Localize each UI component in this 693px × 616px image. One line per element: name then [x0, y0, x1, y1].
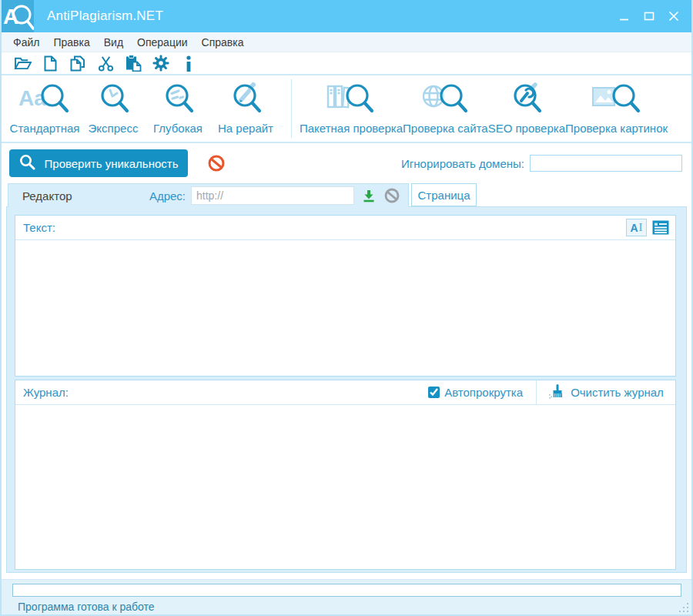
maximize-button[interactable] — [639, 7, 659, 25]
text-panel: Текст: AI — [15, 215, 676, 377]
tab-editor-label: Редактор — [22, 189, 72, 203]
tool-image-check-button[interactable]: Проверка картинок — [565, 75, 668, 135]
journal-panel-header: Журнал: Автопрокрутка — [15, 380, 675, 405]
text-panel-header: Текст: AI — [15, 216, 675, 240]
autoscroll-group: Автопрокрутка — [428, 386, 536, 399]
ignore-domains-label: Игнорировать домены: — [401, 157, 524, 170]
progress-bar — [12, 584, 681, 597]
mode-label: Экспресс — [89, 122, 139, 135]
mode-deep-button[interactable]: Глубокая — [145, 75, 211, 135]
image-check-icon — [591, 81, 643, 121]
clear-journal-label: Очистить журнал — [571, 386, 664, 399]
journal-log-area[interactable] — [15, 405, 675, 569]
open-file-icon[interactable] — [13, 55, 32, 72]
copy-icon[interactable] — [69, 55, 87, 72]
text-label: Текст: — [23, 221, 55, 234]
cancel-icon[interactable] — [383, 187, 400, 204]
mode-rewrite-button[interactable]: На рерайт — [211, 75, 280, 135]
resize-grip[interactable] — [679, 602, 689, 612]
tool-label: Проверка сайта — [403, 122, 488, 135]
log-view-icon[interactable] — [651, 219, 670, 236]
quick-toolbar — [2, 52, 691, 75]
menubar: Файл Правка Вид Операции Справка — [2, 32, 691, 52]
gear-icon[interactable] — [152, 55, 170, 72]
ignore-domains-input[interactable] — [530, 155, 682, 172]
menu-file[interactable]: Файл — [6, 34, 46, 51]
journal-panel: Журнал: Автопрокрутка — [15, 380, 676, 570]
mode-express-button[interactable]: Экспресс — [82, 75, 145, 135]
tool-site-check-button[interactable]: Проверка сайта — [403, 75, 488, 135]
mode-label: На рерайт — [218, 122, 273, 135]
menu-help[interactable]: Справка — [195, 34, 251, 51]
autoscroll-label: Автопрокрутка — [444, 386, 523, 399]
bottom-gap — [2, 573, 691, 579]
paste-icon[interactable] — [124, 55, 142, 72]
new-file-icon[interactable] — [41, 55, 59, 72]
site-check-icon — [420, 81, 470, 121]
mode-label: Глубокая — [153, 122, 203, 135]
check-uniqueness-button[interactable]: Проверить уникальность — [9, 149, 188, 177]
window-controls — [614, 7, 684, 25]
download-icon[interactable] — [360, 187, 377, 204]
ignore-domains-group: Игнорировать домены: — [401, 155, 682, 172]
app-window: A AntiPlagiarism.NET Файл Правка Вид Опе… — [0, 0, 693, 616]
tool-label: Пакетная проверка — [300, 122, 403, 135]
action-row: Проверить уникальность Игнорировать доме… — [2, 143, 691, 183]
broom-icon — [548, 384, 564, 401]
tool-batch-check-button[interactable]: Пакетная проверка — [300, 75, 403, 135]
mode-label: Стандартная — [10, 122, 80, 135]
status-message: Программа готова к работе — [18, 601, 691, 613]
rewrite-check-icon — [225, 81, 266, 121]
menu-operations[interactable]: Операции — [130, 34, 195, 51]
menu-view[interactable]: Вид — [97, 34, 130, 51]
tab-page-label: Страница — [418, 189, 470, 202]
tabstrip: Редактор Адрес: Страница — [2, 183, 691, 206]
journal-label: Журнал: — [23, 386, 69, 399]
text-editor-area[interactable] — [15, 240, 675, 376]
info-icon[interactable] — [179, 55, 198, 72]
batch-check-icon — [326, 81, 377, 121]
check-uniqueness-label: Проверить уникальность — [45, 157, 179, 170]
address-input[interactable] — [191, 186, 354, 205]
app-logo-icon: A — [2, 0, 34, 32]
tab-editor[interactable]: Редактор Адрес: — [8, 183, 409, 207]
titlebar: A AntiPlagiarism.NET — [2, 0, 691, 32]
minimize-button[interactable] — [614, 7, 634, 25]
address-label: Адрес: — [149, 189, 186, 203]
text-panel-buttons: AI — [626, 219, 675, 236]
standard-check-icon: Aa — [15, 81, 74, 121]
close-button[interactable] — [664, 7, 684, 25]
statusbar: Программа готова к работе — [2, 579, 691, 614]
tab-page[interactable]: Страница — [411, 183, 477, 206]
express-check-icon — [92, 81, 134, 121]
mode-toolbar: Aa Стандартная Экспресс — [2, 75, 691, 143]
seo-check-icon — [505, 81, 548, 121]
search-icon — [19, 154, 35, 172]
window-title: AntiPlagiarism.NET — [47, 8, 163, 24]
tool-label: Проверка картинок — [565, 122, 668, 135]
autoscroll-checkbox[interactable] — [428, 387, 440, 398]
cut-icon[interactable] — [96, 55, 115, 72]
tool-seo-check-button[interactable]: SEO проверка — [488, 75, 565, 135]
toolbar-separator — [291, 79, 292, 138]
tool-label: SEO проверка — [488, 122, 565, 135]
clear-journal-button[interactable]: Очистить журнал — [536, 380, 675, 405]
mode-standard-button[interactable]: Aa Стандартная — [8, 75, 82, 135]
editor-tab-content: Текст: AI — [6, 206, 687, 573]
deep-check-icon — [157, 81, 199, 121]
stop-icon[interactable] — [208, 155, 225, 172]
menu-edit[interactable]: Правка — [46, 34, 96, 51]
font-cursor-icon[interactable]: AI — [626, 219, 647, 236]
